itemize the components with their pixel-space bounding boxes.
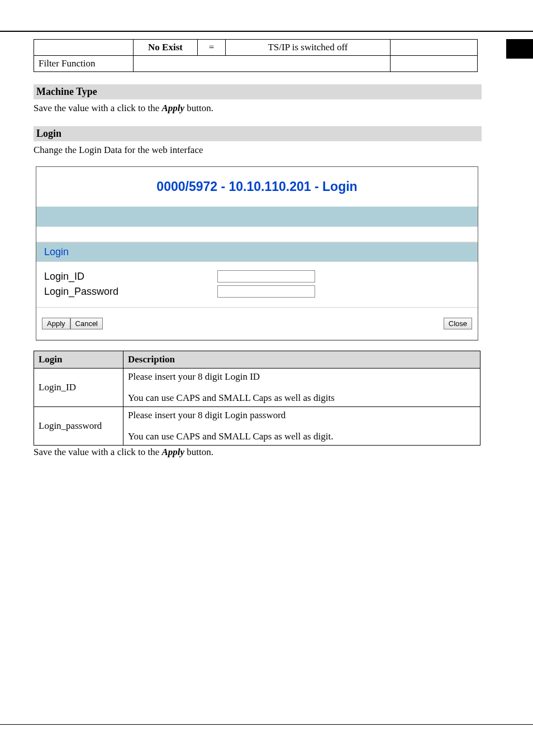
cell-r1c4: TS/IP is switched off bbox=[226, 40, 391, 56]
bottom-horizontal-rule bbox=[0, 724, 533, 725]
footer-save-text: Save the value with a click to the Apply… bbox=[34, 447, 499, 458]
login-id-label: Login_ID bbox=[44, 271, 217, 283]
cell-r2c5 bbox=[391, 56, 478, 72]
login-panel: 0000/5972 - 10.10.110.201 - Login Login … bbox=[36, 166, 478, 341]
cell-r1c2: No Exist bbox=[134, 40, 198, 56]
cell-r1c1 bbox=[34, 40, 134, 56]
login-id-input[interactable] bbox=[217, 270, 315, 283]
machine-type-heading: Machine Type bbox=[34, 84, 482, 99]
login-password-input[interactable] bbox=[217, 285, 315, 298]
login-password-label: Login_Password bbox=[44, 286, 217, 298]
desc-row2-c1: Login_password bbox=[34, 407, 123, 446]
decorative-black-box bbox=[506, 39, 533, 59]
desc-row1-c1: Login_ID bbox=[34, 369, 123, 407]
desc-row2-c2: Please insert your 8 digit Login passwor… bbox=[123, 407, 480, 446]
decorative-bar bbox=[36, 207, 478, 227]
login-section-label: Login bbox=[36, 242, 478, 262]
machine-type-text: Save the value with a click to the Apply… bbox=[34, 103, 499, 114]
cell-r2c1: Filter Function bbox=[34, 56, 134, 72]
login-password-row: Login_Password bbox=[44, 285, 470, 298]
cell-r2c2to4 bbox=[134, 56, 391, 72]
close-button[interactable]: Close bbox=[444, 318, 472, 329]
desc-row2-line2: You can use CAPS and SMALL Caps as well … bbox=[128, 431, 475, 442]
desc-header-description: Description bbox=[123, 351, 480, 369]
apply-word: Apply bbox=[161, 103, 184, 113]
apply-button[interactable]: Apply bbox=[42, 318, 70, 329]
desc-row2-line1: Please insert your 8 digit Login passwor… bbox=[128, 410, 475, 421]
text-prefix: Save the value with a click to the bbox=[34, 103, 161, 113]
login-id-row: Login_ID bbox=[44, 270, 470, 283]
top-horizontal-rule bbox=[0, 31, 533, 32]
desc-row1-line1: Please insert your 8 digit Login ID bbox=[128, 371, 475, 382]
footer-prefix: Save the value with a click to the bbox=[34, 447, 161, 457]
desc-row1-line2: You can use CAPS and SMALL Caps as well … bbox=[128, 393, 475, 404]
panel-title: 0000/5972 - 10.10.110.201 - Login bbox=[36, 167, 478, 207]
login-form-body: Login_ID Login_Password bbox=[36, 262, 478, 308]
text-suffix: button. bbox=[184, 103, 213, 113]
spacer-bar bbox=[36, 227, 478, 242]
footer-suffix: button. bbox=[184, 447, 213, 457]
footer-apply-word: Apply bbox=[161, 447, 184, 457]
desc-header-login: Login bbox=[34, 351, 123, 369]
desc-row1-c2: Please insert your 8 digit Login ID You … bbox=[123, 369, 480, 407]
login-intro-text: Change the Login Data for the web interf… bbox=[34, 145, 499, 156]
cell-r1c3: = bbox=[198, 40, 226, 56]
cancel-button[interactable]: Cancel bbox=[70, 318, 103, 329]
top-status-table: No Exist = TS/IP is switched off Filter … bbox=[34, 39, 478, 72]
button-bar: Apply Cancel Close bbox=[36, 308, 478, 340]
login-description-table: Login Description Login_ID Please insert… bbox=[34, 351, 480, 446]
cell-r1c5 bbox=[391, 40, 478, 56]
login-heading: Login bbox=[34, 126, 482, 141]
